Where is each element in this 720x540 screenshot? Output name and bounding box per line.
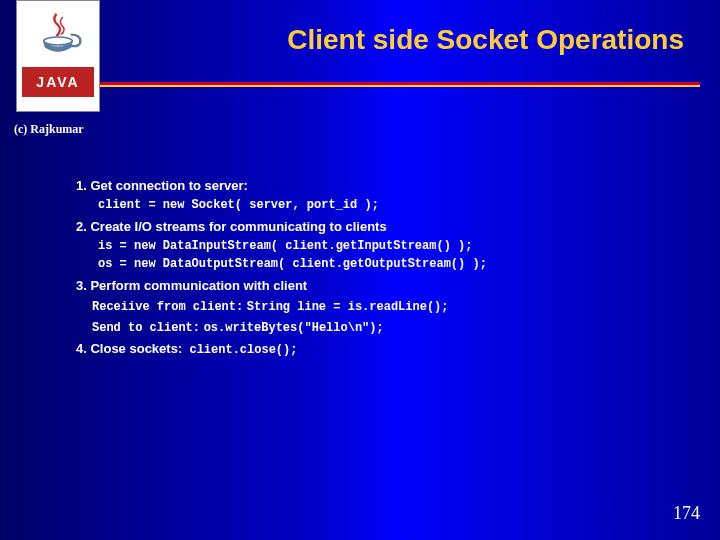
code-line: os = new DataOutputStream( client.getOut… <box>76 255 680 274</box>
step-3: 3. Perform communication with client Rec… <box>76 276 680 337</box>
step-heading: 4. Close sockets: <box>76 341 182 356</box>
step-1: 1. Get connection to server: client = ne… <box>76 176 680 215</box>
step-2: 2. Create I/O streams for communicating … <box>76 217 680 274</box>
title-divider <box>100 82 700 87</box>
code-line: Receiive from client: String line = is.r… <box>76 296 680 317</box>
code-line: client = new Socket( server, port_id ); <box>76 196 680 215</box>
step-heading: 2. Create I/O streams for communicating … <box>76 219 387 234</box>
java-logo: JAVA <box>16 0 100 112</box>
page-number: 174 <box>673 503 700 524</box>
copyright-text: (c) Rajkumar <box>14 122 84 137</box>
slide: JAVA Client side Socket Operations (c) R… <box>0 0 720 540</box>
slide-title: Client side Socket Operations <box>287 24 684 56</box>
step-heading: 3. Perform communication with client <box>76 278 307 293</box>
code-line: client.close(); <box>189 343 297 357</box>
java-cup-icon <box>34 9 82 57</box>
step-4: 4. Close sockets: client.close(); <box>76 339 680 360</box>
slide-content: 1. Get connection to server: client = ne… <box>76 176 680 362</box>
svg-point-0 <box>44 37 73 45</box>
java-logo-label: JAVA <box>22 67 94 97</box>
code-line: Send to client: os.writeBytes("Hello\n")… <box>76 317 680 338</box>
code-line: is = new DataInputStream( client.getInpu… <box>76 237 680 256</box>
step-heading: 1. Get connection to server: <box>76 178 248 193</box>
